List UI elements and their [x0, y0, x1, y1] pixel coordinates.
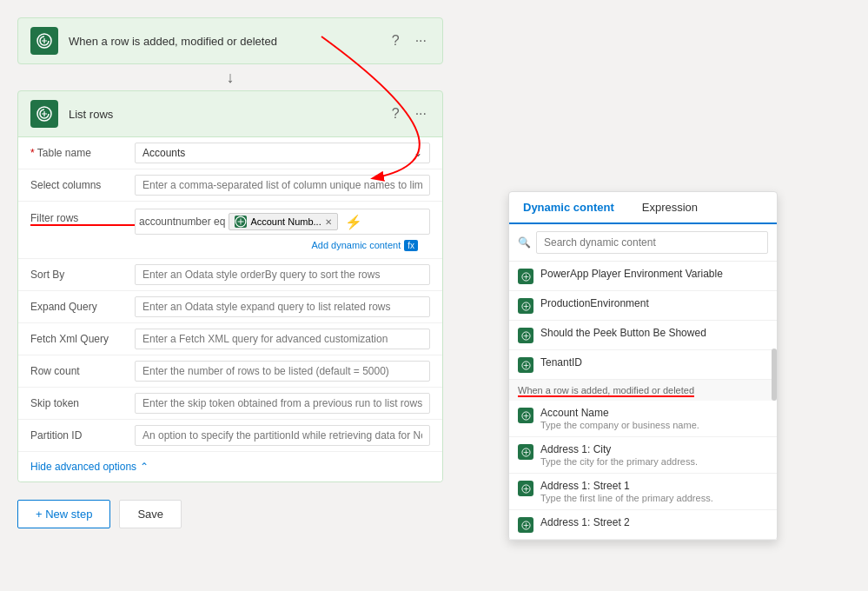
trigger-block: When a row is added, modified or deleted…: [17, 17, 443, 64]
list-rows-header: List rows ? ···: [18, 91, 442, 137]
expand-query-label: Expand Query: [30, 301, 135, 313]
list-rows-body: Table name Accounts ⌄ Select columns Fil…: [18, 137, 442, 481]
chevron-down-icon: ⌄: [414, 147, 422, 159]
filter-prefix: accountnumber eq: [139, 216, 225, 228]
item-icon: [518, 408, 533, 423]
partition-id-input[interactable]: [135, 425, 430, 446]
panel-items-container: PowerApp Player Environment Variable Pro…: [509, 262, 777, 540]
item-icon: [518, 328, 533, 343]
filter-rows-row: Filter rows accountnumber eq Account Nu: [18, 202, 442, 259]
item-content: PowerApp Player Environment Variable: [540, 268, 768, 280]
panel-search-area: 🔍: [509, 224, 777, 262]
save-button[interactable]: Save: [119, 500, 182, 528]
item-icon: [518, 298, 533, 314]
trigger-section-label: When a row is added, modified or deleted: [509, 380, 777, 401]
new-step-button[interactable]: + New step: [17, 500, 110, 528]
expand-query-input[interactable]: [135, 296, 430, 317]
table-name-label: Table name: [30, 147, 135, 159]
item-icon: [518, 269, 533, 284]
select-columns-input[interactable]: [135, 175, 430, 196]
item-content: ProductionEnvironment: [540, 297, 768, 309]
table-name-row: Table name Accounts ⌄: [18, 137, 442, 169]
filter-tag[interactable]: Account Numb... ✕: [229, 213, 337, 230]
connector-arrow: ↓: [17, 64, 443, 90]
select-columns-row: Select columns: [18, 169, 442, 202]
fetch-xml-input[interactable]: [135, 329, 430, 349]
trigger-help-button[interactable]: ?: [388, 31, 403, 50]
item-content: Address 1: Street 2: [540, 516, 768, 529]
trigger-title: When a row is added, modified or deleted: [69, 35, 388, 48]
list-rows-help-button[interactable]: ?: [388, 104, 403, 123]
sort-by-row: Sort By: [18, 259, 442, 291]
tab-dynamic-content[interactable]: Dynamic content: [509, 192, 628, 224]
filter-rows-label: Filter rows: [30, 209, 135, 226]
hide-advanced-label: Hide advanced options: [30, 461, 136, 473]
item-content: Should the Peek Button Be Showed: [540, 327, 768, 339]
list-rows-actions: ? ···: [388, 104, 430, 123]
item-icon: [518, 357, 533, 373]
filter-tag-icon: [235, 216, 247, 228]
list-item[interactable]: ProductionEnvironment: [509, 291, 777, 321]
fetch-xml-row: Fetch Xml Query: [18, 323, 442, 355]
item-content: Account Name Type the company or busines…: [540, 407, 768, 430]
tab-expression[interactable]: Expression: [628, 192, 712, 222]
list-item[interactable]: Account Name Type the company or busines…: [509, 401, 777, 437]
sort-by-input[interactable]: [135, 264, 430, 285]
row-count-input[interactable]: [135, 361, 430, 382]
item-content: TenantID: [540, 356, 768, 369]
list-rows-icon: [30, 100, 58, 128]
panel-scrollbar[interactable]: [772, 349, 777, 401]
lightning-icon[interactable]: ⚡: [345, 214, 362, 230]
item-content: Address 1: City Type the city for the pr…: [540, 443, 768, 467]
row-count-row: Row count: [18, 355, 442, 388]
search-icon: 🔍: [518, 236, 531, 249]
trigger-more-button[interactable]: ···: [412, 31, 430, 50]
list-rows-block: List rows ? ··· Table name Accounts ⌄ Se…: [17, 90, 443, 482]
item-icon: [518, 517, 533, 533]
trigger-icon: [30, 27, 58, 55]
expand-query-row: Expand Query: [18, 291, 442, 323]
list-item[interactable]: Should the Peek Button Be Showed: [509, 321, 777, 350]
list-rows-title: List rows: [69, 108, 388, 121]
skip-token-label: Skip token: [30, 397, 135, 409]
select-columns-label: Select columns: [30, 179, 135, 191]
list-item[interactable]: Address 1: City Type the city for the pr…: [509, 437, 777, 474]
row-count-label: Row count: [30, 365, 135, 377]
item-content: Address 1: Street 1 Type the first line …: [540, 480, 768, 503]
panel-tabs: Dynamic content Expression: [509, 192, 777, 224]
filter-tag-close[interactable]: ✕: [325, 217, 332, 227]
filter-tag-label: Account Numb...: [250, 216, 321, 227]
table-name-value: Accounts: [142, 147, 185, 159]
dynamic-search-input[interactable]: [536, 231, 768, 254]
skip-token-input[interactable]: [135, 393, 430, 414]
chevron-up-icon: ⌃: [140, 461, 149, 473]
table-name-select[interactable]: Accounts ⌄: [135, 143, 430, 163]
dynamic-content-panel: Dynamic content Expression 🔍 PowerApp Pl…: [508, 191, 778, 541]
fetch-xml-label: Fetch Xml Query: [30, 333, 135, 345]
skip-token-row: Skip token: [18, 388, 442, 420]
partition-id-row: Partition ID: [18, 420, 442, 452]
list-item[interactable]: Address 1: Street 2: [509, 510, 777, 540]
trigger-actions: ? ···: [388, 31, 430, 50]
list-item[interactable]: PowerApp Player Environment Variable: [509, 262, 777, 291]
partition-id-label: Partition ID: [30, 429, 135, 442]
dynamic-badge: fx: [404, 240, 418, 251]
main-canvas: When a row is added, modified or deleted…: [0, 0, 868, 591]
general-items: PowerApp Player Environment Variable Pro…: [509, 262, 777, 380]
add-dynamic-content[interactable]: Add dynamic content fx: [135, 238, 430, 253]
sort-by-label: Sort By: [30, 269, 135, 281]
list-item[interactable]: TenantID: [509, 350, 777, 380]
list-item[interactable]: Address 1: Street 1 Type the first line …: [509, 474, 777, 510]
item-icon: [518, 481, 533, 496]
filter-rows-input[interactable]: accountnumber eq Account Numb... ✕: [135, 209, 430, 235]
hide-advanced-options[interactable]: Hide advanced options ⌃: [18, 452, 442, 481]
list-rows-more-button[interactable]: ···: [412, 104, 430, 123]
item-icon: [518, 444, 533, 460]
